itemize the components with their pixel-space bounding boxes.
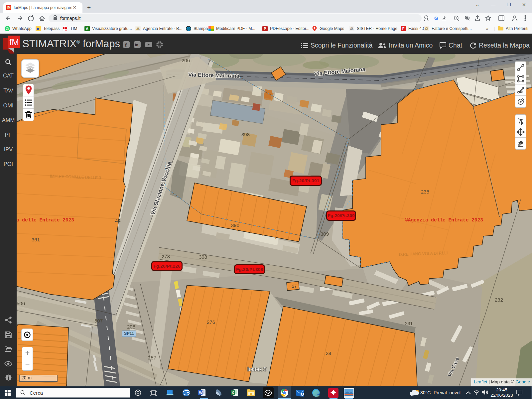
svg-text:in: in (135, 43, 138, 47)
svg-text:232: 232 (495, 297, 503, 303)
svg-text:308: 308 (199, 254, 207, 260)
svg-text:fM: fM (9, 37, 19, 47)
svg-text:231: 231 (405, 321, 413, 326)
svg-text:34: 34 (326, 350, 332, 356)
svg-text:44: 44 (115, 218, 121, 223)
svg-text:278: 278 (162, 254, 170, 259)
svg-text:©Agenzia delle Entrate 2023: ©Agenzia delle Entrate 2023 (405, 217, 483, 223)
svg-text:276: 276 (207, 319, 215, 325)
svg-text:Ioatex S: Ioatex S (247, 366, 267, 372)
svg-text:208: 208 (127, 324, 135, 330)
svg-text:361: 361 (32, 237, 40, 242)
svg-text:257: 257 (148, 355, 156, 360)
svg-text:507: 507 (94, 318, 103, 324)
svg-text:235: 235 (421, 189, 429, 195)
svg-text:©Agenzia delle Entrate 2023: ©Agenzia delle Entrate 2023 (17, 217, 74, 223)
svg-text:206: 206 (182, 58, 190, 63)
svg-text:27: 27 (292, 284, 297, 289)
svg-text:390: 390 (231, 222, 239, 228)
svg-text:W: W (199, 391, 203, 395)
svg-text:309: 309 (321, 231, 329, 237)
svg-text:X: X (232, 391, 234, 395)
svg-text:506: 506 (17, 301, 25, 306)
svg-text:G: G (434, 15, 438, 21)
svg-text:398: 398 (241, 132, 250, 137)
